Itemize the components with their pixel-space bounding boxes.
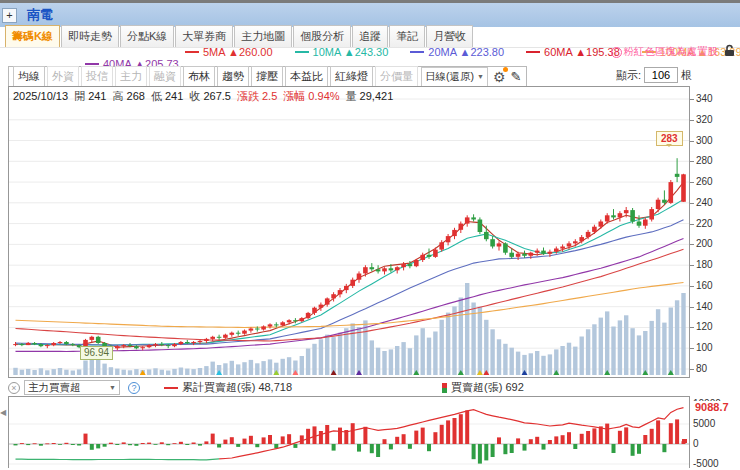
price-axis-label: 180	[690, 259, 713, 270]
tab-筆記[interactable]: 筆記	[389, 25, 425, 47]
tab-大單券商[interactable]: 大單券商	[175, 25, 233, 47]
lock-icon[interactable]	[723, 43, 736, 61]
price-axis-label: 320	[690, 114, 713, 125]
price-axis-label: 120	[690, 321, 713, 332]
toolbar-button-均線[interactable]: 均線	[13, 66, 45, 87]
indicator-axis-label: -5000	[693, 458, 719, 469]
price-axis-label: 200	[690, 238, 713, 249]
price-axis-label: 300	[690, 135, 713, 146]
display-bars-input[interactable]	[644, 67, 678, 83]
indicator-axis-label: 5000	[693, 418, 715, 429]
price-axis-label: 260	[690, 176, 713, 187]
candlestick-chart-canvas[interactable]	[9, 87, 689, 377]
tab-主力地圖[interactable]: 主力地圖	[234, 25, 292, 47]
low-ma-marker: 96.94	[80, 346, 113, 360]
toolbar-button-分價量[interactable]: 分價量	[375, 66, 418, 87]
stock-title: 南電	[27, 6, 53, 24]
disposition-note-text: 粉紅色區塊為處置股	[624, 45, 719, 59]
ohlc-date: 2025/10/13	[13, 90, 68, 102]
toolbar-button-主力[interactable]: 主力	[115, 66, 147, 87]
price-axis-label: 280	[690, 155, 713, 166]
gear-icon[interactable]: ⚙	[493, 69, 506, 85]
toolbar-button-本益比[interactable]: 本益比	[285, 66, 328, 87]
add-stock-button[interactable]: +	[2, 8, 17, 23]
ma-legend-5MA: 5MA ▲260.00	[185, 46, 273, 58]
disposition-note: i 粉紅色區塊為處置股	[611, 45, 719, 59]
display-label: 顯示:	[616, 68, 641, 83]
legend-cumulative: 累計買賣超(張) 48,718	[164, 380, 292, 395]
ma-line-5MA	[16, 182, 684, 347]
chevron-down-icon: ▼	[109, 384, 116, 391]
toolbar-button-融資[interactable]: 融資	[149, 66, 181, 87]
price-axis-label: 340	[690, 93, 713, 104]
indicator-chart-frame	[8, 396, 690, 468]
ma-legend-20MA: 20MA ▲223.80	[410, 46, 504, 58]
help-icon[interactable]: ?	[128, 382, 140, 394]
tab-分點K線[interactable]: 分點K線	[120, 25, 174, 47]
close-icon[interactable]: ×	[8, 382, 20, 394]
notification-dot	[503, 67, 508, 72]
toolbar-button-紅綠燈[interactable]: 紅綠燈	[330, 66, 373, 87]
ohlc-readout: 2025/10/13 開241 高268 低241 收267.5 漲跌2.5 漲…	[13, 89, 396, 104]
indicator-select[interactable]: 主力買賣超 ▼	[24, 380, 120, 395]
indicator-axis-label: 0	[693, 438, 699, 449]
indicator-chart-canvas[interactable]	[9, 397, 689, 468]
toolbar-button-撐壓[interactable]: 撐壓	[251, 66, 283, 87]
toolbar-button-投信[interactable]: 投信	[81, 66, 113, 87]
display-unit: 根	[681, 68, 692, 83]
ma-line-100MA	[16, 283, 684, 328]
tab-即時走勢[interactable]: 即時走勢	[61, 25, 119, 47]
line-swatch	[164, 387, 178, 389]
tab-追蹤[interactable]: 追蹤	[352, 25, 388, 47]
indicator-axis: 1000050000-50009088.7	[690, 396, 740, 470]
indicator-pane-header: × 主力買賣超 ▼ ? 累計買賣超(張) 48,718 買賣超(張) 692	[8, 379, 690, 396]
info-icon: i	[611, 47, 622, 58]
price-axis: 3403203002802602402202001801601401201008…	[690, 86, 740, 378]
period-select-value: 日線(還原)	[425, 70, 474, 84]
pencil-icon[interactable]: ✎	[511, 69, 522, 84]
cumulative-current-value: 9088.7	[693, 401, 731, 413]
price-axis-label: 220	[690, 218, 713, 229]
price-axis-label: 240	[690, 197, 713, 208]
tab-籌碼K線[interactable]: 籌碼K線	[5, 25, 60, 47]
toolbar-button-布林[interactable]: 布林	[183, 66, 215, 87]
high-price-marker: 283	[656, 131, 683, 146]
chart-toolbar: 均線外資投信主力融資布林趨勢撐壓本益比紅綠燈分價量 日線(還原) ▼ ⚙ ✎	[8, 66, 527, 87]
indicator-select-value: 主力買賣超	[28, 381, 81, 395]
display-bars-group: 顯示: 根	[616, 67, 692, 83]
ma-legend-60MA: 60MA ▲195.38	[526, 46, 620, 58]
collapse-pane-icon[interactable]: ◀	[0, 408, 6, 417]
current-daily-marker	[682, 439, 687, 443]
price-axis-label: 140	[690, 301, 713, 312]
toolbar-buttons: 均線外資投信主力融資布林趨勢撐壓本益比紅綠燈分價量	[12, 66, 419, 87]
price-axis-label: 100	[690, 342, 713, 353]
ma-legend-10MA: 10MA ▲243.30	[295, 46, 389, 58]
tab-月營收[interactable]: 月營收	[426, 25, 473, 47]
chevron-down-icon: ▼	[477, 73, 484, 80]
price-axis-label: 80	[690, 363, 707, 374]
main-chart-frame	[8, 86, 690, 378]
stock-chart-app: { "window": { "title": "南電", "add_button…	[0, 0, 740, 470]
toolbar-button-趨勢[interactable]: 趨勢	[217, 66, 249, 87]
tab-個股分析[interactable]: 個股分析	[293, 25, 351, 47]
legend-daily: 買賣超(張) 692	[442, 380, 524, 395]
toolbar-button-外資[interactable]: 外資	[47, 66, 79, 87]
bar-swatch	[442, 383, 447, 393]
window-topbar: + 南電	[0, 3, 740, 27]
price-axis-label: 160	[690, 280, 713, 291]
period-select[interactable]: 日線(還原) ▼	[421, 67, 488, 87]
